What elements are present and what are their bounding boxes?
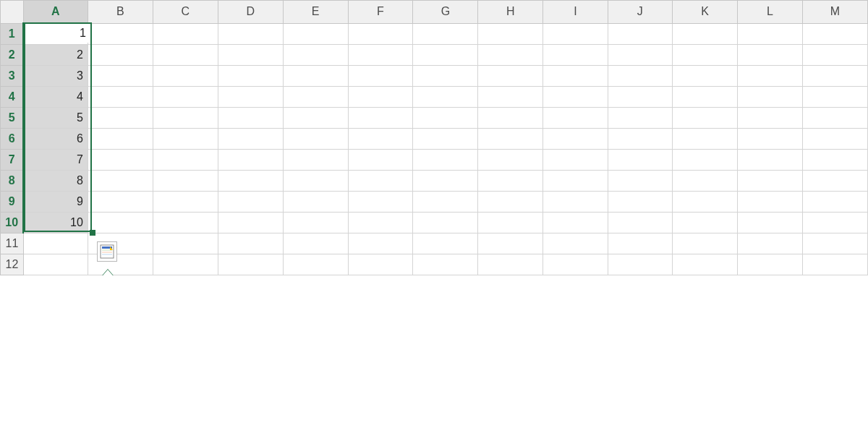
row-header-5[interactable]: 5 xyxy=(1,108,24,129)
column-header-M[interactable]: M xyxy=(802,1,867,24)
column-header-J[interactable]: J xyxy=(608,1,673,24)
column-header-D[interactable]: D xyxy=(218,1,283,24)
row-header-9[interactable]: 9 xyxy=(1,192,24,213)
column-header-E[interactable]: E xyxy=(283,1,348,24)
column-header-row: A B C D E F G H I J K L M xyxy=(1,1,868,24)
grid-body: 1 1 2 2 3 3 4 4 5 5 xyxy=(1,23,868,275)
row-header-6[interactable]: 6 xyxy=(1,129,24,150)
row-header-4[interactable]: 4 xyxy=(1,87,24,108)
column-header-A[interactable]: A xyxy=(23,1,88,24)
column-header-C[interactable]: C xyxy=(153,1,218,24)
cell-A3[interactable]: 3 xyxy=(23,66,88,87)
row-header-10[interactable]: 10 xyxy=(1,213,24,233)
row-header-11[interactable]: 11 xyxy=(1,233,24,254)
quick-analysis-button[interactable] xyxy=(97,241,117,262)
column-header-B[interactable]: B xyxy=(88,1,153,24)
grid-row: 6 6 xyxy=(1,129,868,150)
cell[interactable] xyxy=(88,23,153,45)
svg-rect-3 xyxy=(102,252,112,253)
row-header-3[interactable]: 3 xyxy=(1,66,24,87)
grid[interactable]: A B C D E F G H I J K L M 1 1 xyxy=(0,0,868,275)
spreadsheet: A B C D E F G H I J K L M 1 1 xyxy=(0,0,868,275)
row-header-7[interactable]: 7 xyxy=(1,150,24,171)
grid-row: 3 3 xyxy=(1,66,868,87)
grid-row: 4 4 xyxy=(1,87,868,108)
grid-row: 12 xyxy=(1,254,868,275)
row-header-1[interactable]: 1 xyxy=(1,23,24,45)
grid-row: 10 10 xyxy=(1,213,868,233)
row-header-2[interactable]: 2 xyxy=(1,45,24,66)
grid-row: 5 5 xyxy=(1,108,868,129)
grid-row: 11 xyxy=(1,233,868,254)
fill-handle[interactable] xyxy=(90,230,95,236)
cell-A1[interactable]: 1 xyxy=(23,23,88,45)
popup-pointer xyxy=(99,270,116,275)
cell-A7[interactable]: 7 xyxy=(23,150,88,171)
cell-A6[interactable]: 6 xyxy=(23,129,88,150)
column-header-I[interactable]: I xyxy=(543,1,608,24)
column-header-G[interactable]: G xyxy=(413,1,478,24)
svg-rect-4 xyxy=(102,254,112,255)
grid-row: 8 8 xyxy=(1,171,868,192)
cell-A8[interactable]: 8 xyxy=(23,171,88,192)
quick-analysis-icon xyxy=(100,244,114,259)
cell-A4[interactable]: 4 xyxy=(23,87,88,108)
column-header-H[interactable]: H xyxy=(478,1,543,24)
column-header-K[interactable]: K xyxy=(673,1,738,24)
cell-A9[interactable]: 9 xyxy=(23,192,88,213)
grid-row: 2 2 xyxy=(1,45,868,66)
grid-row: 1 1 xyxy=(1,23,868,45)
select-all-corner[interactable] xyxy=(1,1,24,24)
cell-A5[interactable]: 5 xyxy=(23,108,88,129)
cell-A10[interactable]: 10 xyxy=(23,213,88,233)
grid-row: 7 7 xyxy=(1,150,868,171)
row-header-12[interactable]: 12 xyxy=(1,254,24,275)
column-header-L[interactable]: L xyxy=(738,1,803,24)
column-header-F[interactable]: F xyxy=(348,1,413,24)
grid-row: 9 9 xyxy=(1,192,868,213)
cell-A2[interactable]: 2 xyxy=(23,45,88,66)
row-header-8[interactable]: 8 xyxy=(1,171,24,192)
